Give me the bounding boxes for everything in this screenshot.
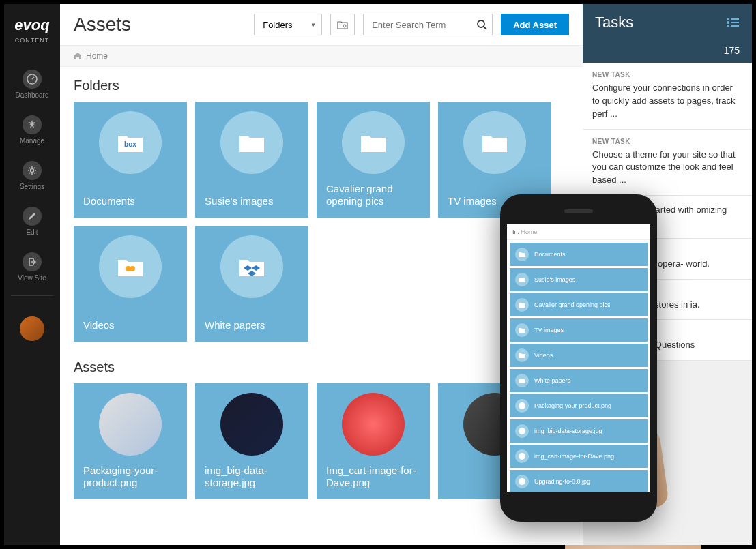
task-item[interactable]: missionequently Asked Questions [583, 320, 752, 361]
add-asset-button[interactable]: Add Asset [501, 14, 569, 35]
folder-settings-button[interactable] [330, 14, 355, 35]
asset-thumbnail [99, 393, 162, 456]
search-icon[interactable] [476, 19, 487, 30]
asset-name: Packaging-your-product.png [83, 464, 177, 490]
manage-icon [23, 115, 42, 134]
task-type: NEW TASK [592, 71, 742, 78]
svg-point-1 [31, 169, 34, 173]
folder-tile[interactable]: Videos [74, 226, 187, 342]
task-description: Choose a theme for your site so that you… [592, 149, 742, 188]
svg-point-7 [727, 18, 729, 20]
asset-tile[interactable]: Img_cart-image-for-Dave.png [317, 383, 430, 499]
task-item[interactable]: NEW TASKConfigure your connections in or… [583, 63, 752, 130]
svg-rect-8 [731, 18, 739, 20]
svg-point-3 [478, 20, 484, 27]
folder-name: Documents [83, 195, 177, 208]
svg-text:box: box [124, 140, 136, 148]
task-description: Configure your connections in order to q… [592, 82, 742, 121]
search-input[interactable] [363, 14, 493, 35]
gear-icon [23, 161, 42, 180]
breadcrumb[interactable]: Home [60, 45, 583, 67]
brand-subtitle: CONTENT [4, 37, 60, 44]
main-panel: Assets Folders Add Asset Home Folders bo… [60, 4, 583, 545]
folders-section-title: Folders [74, 78, 569, 93]
nav-dashboard[interactable]: Dashboard [4, 61, 60, 107]
folder-gear-icon [337, 20, 348, 29]
task-description: equently Asked Questions [592, 339, 742, 352]
dashboard-icon [23, 70, 42, 89]
folder-tile[interactable]: Susie's images [195, 102, 308, 218]
sidebar: evoq CONTENT Dashboard Manage Settings [4, 4, 60, 545]
folder-icon [220, 235, 283, 298]
nav-view-site[interactable]: View Site [4, 244, 60, 290]
task-type: NEW TASK [592, 138, 742, 145]
user-avatar[interactable] [20, 316, 44, 341]
svg-point-2 [343, 25, 346, 27]
asset-thumbnail [342, 393, 405, 456]
folder-name: White papers [205, 319, 299, 332]
page-title: Assets [74, 14, 246, 35]
home-icon [74, 52, 82, 60]
content-area: Folders boxDocumentsSusie's imagesCavali… [60, 67, 583, 545]
task-type: iew [592, 247, 742, 254]
svg-rect-12 [731, 25, 739, 27]
svg-point-9 [727, 21, 729, 24]
task-description: our site to get started with omizing you… [592, 204, 742, 230]
task-description: ra Optical retail stores in ia. [592, 299, 742, 312]
folder-tile[interactable]: White papers [195, 226, 308, 342]
folder-tile[interactable]: TV images [438, 102, 551, 218]
task-type: mission [592, 328, 742, 336]
brand-name: evoq [4, 16, 60, 34]
asset-thumbnail [463, 393, 526, 456]
svg-point-11 [727, 25, 729, 27]
nav-separator [11, 295, 53, 296]
task-type: mission [592, 288, 742, 295]
tasks-header: Tasks [583, 4, 752, 41]
brand-logo: evoq CONTENT [4, 11, 60, 49]
nav-settings[interactable]: Settings [4, 153, 60, 198]
folder-name: TV images [448, 195, 542, 208]
asset-name: img_big-data-storage.jpg [205, 464, 299, 490]
folder-icon: box [99, 111, 162, 174]
asset-tile[interactable] [438, 383, 551, 499]
folder-icon [99, 235, 162, 298]
task-item[interactable]: NEW TASKChoose a theme for your site so … [583, 130, 752, 196]
list-view-icon[interactable] [726, 17, 740, 28]
asset-name: Img_cart-image-for-Dave.png [326, 464, 420, 490]
folder-name: Videos [83, 319, 177, 332]
folder-name: Susie's images [205, 195, 299, 208]
header: Assets Folders Add Asset [60, 4, 583, 45]
nav-manage[interactable]: Manage [4, 107, 60, 153]
folder-icon [342, 111, 405, 174]
svg-rect-10 [731, 22, 739, 23]
tasks-title: Tasks [595, 14, 726, 31]
asset-thumbnail [220, 393, 283, 456]
assets-section-title: Assets [74, 359, 569, 375]
folder-tile[interactable]: Cavalier grand opening pics [317, 102, 430, 218]
task-item[interactable]: missionra Optical retail stores in ia. [583, 280, 752, 321]
asset-tile[interactable]: Packaging-your-product.png [74, 383, 187, 499]
tasks-panel: Tasks 175 NEW TASKConfigure your connect… [583, 4, 752, 545]
svg-point-6 [130, 266, 135, 271]
exit-icon [23, 252, 42, 271]
tasks-count: 175 [583, 41, 752, 63]
filter-dropdown[interactable]: Folders [254, 14, 322, 35]
folder-tile[interactable]: boxDocuments [74, 102, 187, 218]
task-description: bout Us and our opera- world. [592, 258, 742, 271]
folder-icon [463, 111, 526, 174]
folder-name: Cavalier grand opening pics [326, 183, 420, 209]
nav-edit[interactable]: Edit [4, 198, 60, 244]
breadcrumb-home: Home [86, 51, 108, 61]
task-item[interactable]: our site to get started with omizing you… [583, 196, 752, 239]
task-item[interactable]: iewbout Us and our opera- world. [583, 239, 752, 280]
asset-tile[interactable]: img_big-data-storage.jpg [195, 383, 308, 499]
folder-icon [220, 111, 283, 174]
pencil-icon [23, 207, 42, 226]
